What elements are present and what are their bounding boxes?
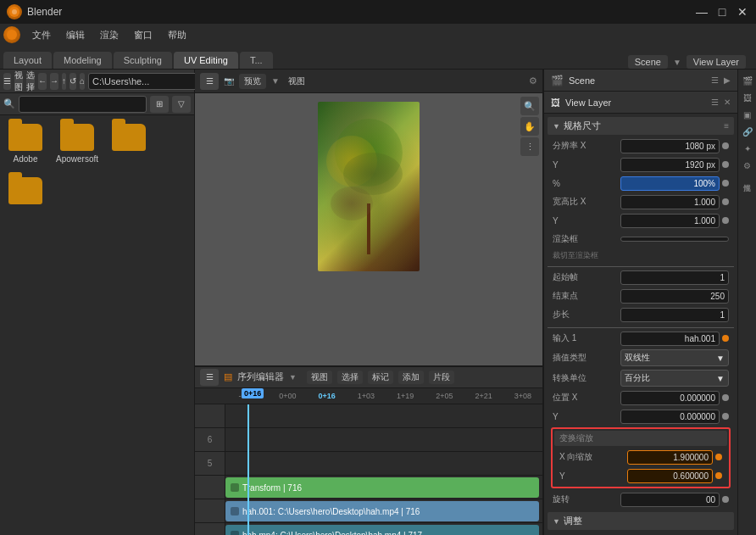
main-content: ☰ 视图 选择 ← → ↑ ↺ ⌂ 🔍 ⊞ ▽ Adobe Apowersoft	[0, 70, 756, 535]
folder-adobe[interactable]: Adobe	[8, 124, 42, 164]
side-icon-object[interactable]: ▣	[740, 107, 755, 122]
folder-3[interactable]	[112, 124, 146, 164]
maximize-button[interactable]: □	[715, 5, 729, 19]
pos-x-value[interactable]: 0.000000	[620, 391, 720, 405]
res-x-value[interactable]: 1080 px	[620, 139, 720, 153]
rotation-value[interactable]: 00	[620, 493, 720, 507]
tab-more[interactable]: T...	[240, 52, 273, 69]
timeline-header: 0+16 -0+16 0+00 0+16 1+03 1+19 2+05 2+21…	[195, 388, 542, 404]
seq-add-btn[interactable]: 添加	[398, 371, 424, 384]
side-icon-view[interactable]: 🖼	[740, 90, 755, 105]
adjust-section-header[interactable]: ▼ 调整	[548, 512, 734, 530]
menu-window[interactable]: 窗口	[127, 27, 159, 43]
scene-header: 🎬 Scene ☰ ▶	[544, 70, 737, 92]
viewport-options-icon[interactable]: ⚙	[529, 75, 537, 86]
strip-transform[interactable]: Transform | 716	[225, 477, 539, 498]
seq-mark-btn[interactable]: 标记	[368, 371, 393, 384]
folder-4[interactable]	[8, 177, 42, 208]
tab-sculpting[interactable]: Sculpting	[114, 52, 172, 69]
seq-select-btn[interactable]: 选择	[337, 371, 363, 384]
seq-toolbar: ☰ ▤ 序列编辑器 ▼ 视图 选择 标记 添加 片段	[195, 367, 542, 388]
grid-view-btn[interactable]: ⊞	[150, 96, 169, 113]
res-pct-value[interactable]: 100%	[620, 176, 720, 191]
refresh-btn[interactable]: ↺	[69, 73, 76, 90]
tab-layout[interactable]: Layout	[3, 52, 52, 69]
scale-x-label: X 向缩放	[559, 451, 627, 463]
folder-3-icon	[112, 124, 146, 151]
aspect-x-value[interactable]: 1.000	[620, 195, 720, 209]
close-button[interactable]: ✕	[736, 5, 749, 19]
seq-editor-label[interactable]: 序列编辑器	[237, 371, 284, 383]
back-btn[interactable]: ←	[38, 73, 47, 90]
input-value[interactable]: hah.001	[620, 332, 720, 346]
aspect-y-value[interactable]: 1.000	[620, 214, 720, 228]
unit-label: 转换单位	[553, 372, 620, 384]
res-y-dot	[722, 161, 729, 168]
move-btn[interactable]: ✋	[520, 117, 539, 136]
start-frame-row: 起始帧 1	[548, 268, 734, 287]
frame-section: 起始帧 1 结束点 250 步长 1	[548, 268, 734, 324]
interp-select[interactable]: 双线性 ▼	[620, 349, 729, 366]
up-btn[interactable]: ↑	[62, 73, 66, 90]
minimize-button[interactable]: —	[695, 5, 709, 19]
side-icon-particle[interactable]: ✦	[740, 141, 755, 156]
side-icon-constraint[interactable]: 🔗	[740, 124, 755, 139]
extra-btn[interactable]: ⋮	[520, 137, 539, 156]
pos-y-value[interactable]: 0.000000	[620, 410, 720, 424]
viewport-preview-btn[interactable]: 预览	[239, 74, 266, 89]
strip-play-icon	[231, 483, 239, 492]
res-y-value[interactable]: 1920 px	[620, 158, 720, 172]
scale-y-value[interactable]: 0.600000	[627, 469, 713, 483]
end-frame-row: 结束点 250	[548, 287, 734, 305]
side-icon-physics[interactable]: ⚙	[740, 158, 755, 173]
workspace-tabs: Layout Modeling Sculpting UV Editing T..…	[0, 46, 756, 70]
zoom-btn[interactable]: 🔍	[520, 97, 539, 115]
scene-play-icon[interactable]: ▶	[724, 75, 731, 85]
strip-hah[interactable]: hah.001: C:\Users\hero\Desktop\hah.mp4 |…	[225, 501, 539, 521]
aspect-y-row: Y 1.000	[548, 211, 734, 230]
home-btn[interactable]: ⌂	[80, 73, 85, 90]
search-input[interactable]	[19, 96, 147, 113]
seq-icon-btn[interactable]: ☰	[200, 369, 219, 386]
scene-menu-icon[interactable]: ☰	[711, 75, 719, 85]
scene-selector[interactable]: Scene	[628, 55, 668, 69]
svg-point-2	[7, 30, 17, 40]
aspect-x-label: 宽高比 X	[553, 196, 620, 208]
filter-btn[interactable]: ▽	[172, 96, 191, 113]
menu-render[interactable]: 渲染	[93, 27, 125, 43]
forward-btn[interactable]: →	[50, 73, 58, 90]
viewport-area[interactable]: 🔍 ✋ ⋮	[195, 93, 542, 365]
view-btn[interactable]: 视图	[14, 73, 23, 90]
side-icon-scene[interactable]: 🎬	[740, 73, 755, 88]
time-mark-1: 0+00	[268, 392, 307, 400]
scale-x-value[interactable]: 1.900000	[627, 450, 713, 465]
rotation-label: 旋转	[553, 493, 620, 505]
interp-value: 双线性	[625, 352, 650, 364]
viewport-mode-btn[interactable]: ☰	[200, 73, 219, 90]
track-num-transform	[195, 476, 225, 499]
viewlayer-close-icon[interactable]: ✕	[724, 98, 731, 107]
blender-logo	[7, 4, 22, 20]
rotation-row: 旋转 00	[548, 490, 734, 509]
menu-help[interactable]: 帮助	[161, 27, 193, 43]
seq-view-btn[interactable]: 视图	[307, 371, 332, 384]
render-box-value[interactable]	[620, 237, 729, 242]
tab-uv-editing[interactable]: UV Editing	[174, 52, 238, 69]
end-frame-value[interactable]: 250	[620, 289, 729, 304]
menu-edit[interactable]: 编辑	[59, 27, 92, 43]
step-value[interactable]: 1	[620, 308, 729, 322]
folder-apowersoft[interactable]: Apowersoft	[56, 124, 98, 164]
res-y-label: Y	[553, 160, 620, 170]
seq-strip-btn[interactable]: 片段	[429, 371, 454, 384]
time-mark-5: 2+05	[425, 392, 464, 400]
viewlayer-selector[interactable]: View Layer	[687, 55, 746, 69]
unit-select[interactable]: 百分比 ▼	[620, 370, 729, 387]
tab-modeling[interactable]: Modeling	[53, 52, 112, 69]
menu-file[interactable]: 文件	[25, 27, 58, 43]
resolution-section-header[interactable]: ▼ 规格尺寸 ≡	[548, 117, 734, 135]
viewlayer-menu-icon[interactable]: ☰	[711, 98, 719, 107]
panel-icon-btn[interactable]: ☰	[3, 73, 11, 90]
strip-mp4[interactable]: hah.mp4: C:\Users\hero\Desktop\hah.mp4 |…	[225, 525, 539, 535]
select-btn[interactable]: 选择	[26, 73, 35, 90]
start-frame-value[interactable]: 1	[620, 270, 729, 285]
